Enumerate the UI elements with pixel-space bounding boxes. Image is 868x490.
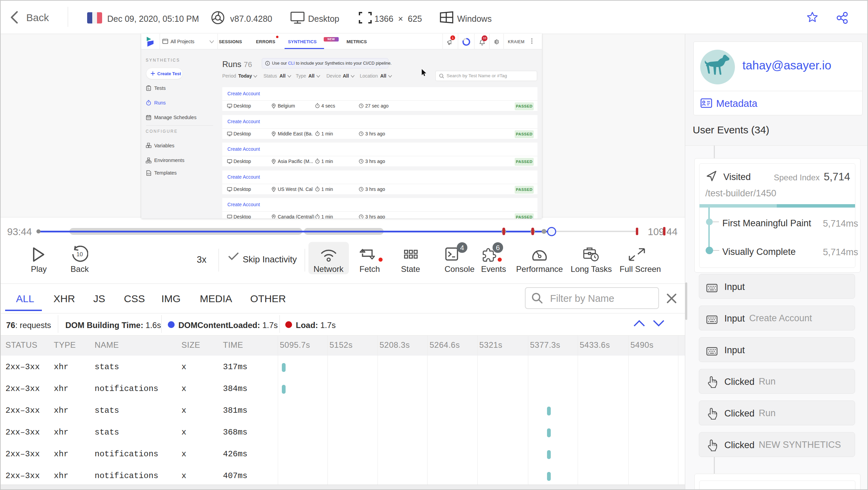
svg-text:10: 10 [77, 251, 83, 258]
